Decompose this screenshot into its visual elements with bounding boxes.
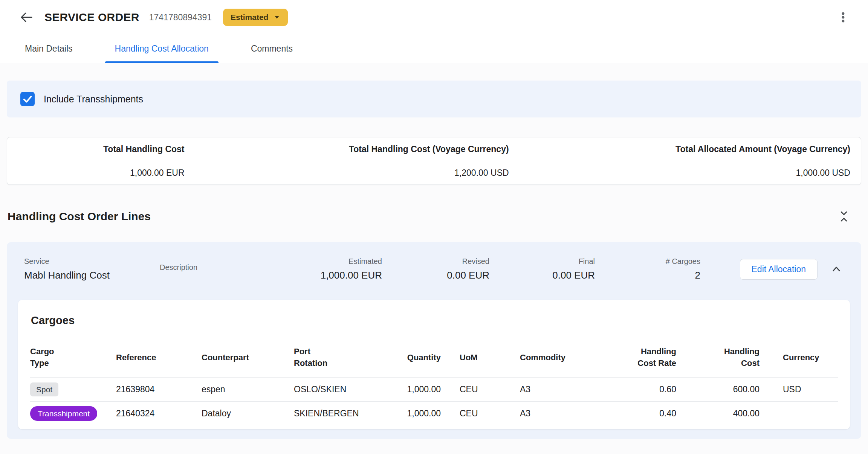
- col-commodity: Commodity: [501, 352, 582, 364]
- total-allocated-voyage-value: 1,000.00 USD: [520, 161, 861, 184]
- cost-cell: 600.00: [676, 384, 760, 395]
- col-uom: UoM: [441, 352, 501, 364]
- num-cargoes-value: 2: [595, 270, 700, 281]
- cargo-row-spot[interactable]: Spot 21639804 espen OSLO/SKIEN 1,000.00 …: [30, 377, 838, 401]
- app-header: SERVICE ORDER 1741780894391 Estimated: [0, 0, 868, 35]
- page-title: SERVICE ORDER: [44, 11, 139, 24]
- num-cargoes-label: # Cargoes: [595, 257, 700, 266]
- kebab-icon: [836, 11, 850, 24]
- tab-comments[interactable]: Comments: [241, 35, 303, 63]
- final-cell: Final 0.00 EUR: [489, 257, 595, 281]
- reference-cell: 21640324: [113, 408, 202, 419]
- order-lines-section-heading: Handling Cost Order Lines: [7, 209, 861, 224]
- include-transshipments-panel: Include Transshipments: [7, 81, 861, 117]
- page-content: Include Transshipments Total Handling Co…: [0, 81, 868, 439]
- totals-col-handling-cost: Total Handling Cost: [7, 137, 195, 161]
- cargo-type-badge: Spot: [30, 382, 58, 396]
- commodity-cell: A3: [501, 384, 582, 395]
- section-title: Handling Cost Order Lines: [8, 210, 151, 223]
- order-line-header: Service Mabl Handling Cost Description E…: [24, 257, 844, 281]
- cargo-type-cell: Transshipment: [30, 406, 113, 421]
- description-label: Description: [160, 263, 273, 272]
- quantity-cell: 1,000.00: [399, 408, 441, 419]
- collapse-all-button[interactable]: [836, 209, 851, 224]
- totals-col-allocated-voyage: Total Allocated Amount (Voyage Currency): [520, 137, 861, 161]
- estimated-value: 1,000.00 EUR: [273, 270, 382, 281]
- rate-cell: 0.40: [582, 408, 676, 419]
- col-handling-cost: Handling Cost: [676, 346, 760, 369]
- col-currency: Currency: [760, 352, 838, 364]
- tab-bar: Main Details Handling Cost Allocation Co…: [0, 35, 868, 63]
- reference-cell: 21639804: [113, 384, 202, 395]
- revised-cell: Revised 0.00 EUR: [382, 257, 489, 281]
- totals-header-row: Total Handling Cost Total Handling Cost …: [7, 137, 861, 161]
- total-handling-cost-voyage-value: 1,200.00 USD: [195, 161, 520, 184]
- checkmark-icon: [20, 92, 35, 106]
- estimated-cell: Estimated 1,000.00 EUR: [273, 257, 382, 281]
- chevron-down-icon: [274, 14, 280, 21]
- num-cargoes-cell: # Cargoes 2: [595, 257, 700, 281]
- description-cell: Description: [160, 263, 273, 276]
- port-rotation-cell: OSLO/SKIEN: [294, 384, 399, 395]
- status-dropdown[interactable]: Estimated: [223, 9, 288, 26]
- cargoes-card: Cargoes Cargo Type Reference Counterpart…: [18, 300, 850, 429]
- currency-cell: USD: [760, 384, 838, 395]
- totals-card: Total Handling Cost Total Handling Cost …: [7, 137, 861, 185]
- col-quantity: Quantity: [399, 352, 441, 364]
- order-line-actions: Edit Allocation: [700, 259, 844, 280]
- cargo-type-badge: Transshipment: [30, 406, 97, 421]
- order-number: 1741780894391: [149, 12, 212, 23]
- arrow-left-icon: [19, 10, 34, 25]
- cargo-row-transshipment[interactable]: Transshipment 21640324 Dataloy SKIEN/BER…: [30, 401, 838, 425]
- totals-col-handling-cost-voyage: Total Handling Cost (Voyage Currency): [195, 137, 520, 161]
- back-button[interactable]: [18, 9, 35, 26]
- col-cargo-type: Cargo Type: [30, 346, 113, 369]
- cargoes-title: Cargoes: [31, 314, 838, 327]
- counterpart-cell: Dataloy: [202, 408, 294, 419]
- revised-label: Revised: [382, 257, 489, 266]
- unfold-less-icon: [837, 210, 850, 223]
- revised-value: 0.00 EUR: [382, 270, 489, 281]
- totals-value-row: 1,000.00 EUR 1,200.00 USD 1,000.00 USD: [7, 161, 861, 184]
- uom-cell: CEU: [441, 408, 501, 419]
- service-value: Mabl Handling Cost: [24, 270, 160, 281]
- chevron-up-icon: [830, 263, 843, 276]
- total-handling-cost-value: 1,000.00 EUR: [7, 161, 195, 184]
- edit-allocation-button[interactable]: Edit Allocation: [740, 259, 818, 280]
- cargo-type-cell: Spot: [30, 382, 113, 396]
- include-transshipments-label: Include Transshipments: [44, 94, 143, 105]
- cargoes-table-header: Cargo Type Reference Counterpart Port Ro…: [30, 338, 838, 377]
- uom-cell: CEU: [441, 384, 501, 395]
- include-transshipments-checkbox[interactable]: [20, 92, 35, 106]
- tab-main-details[interactable]: Main Details: [15, 35, 83, 63]
- service-label: Service: [24, 257, 160, 266]
- col-counterpart: Counterpart: [202, 352, 294, 364]
- collapse-line-button[interactable]: [829, 262, 844, 277]
- rate-cell: 0.60: [582, 384, 676, 395]
- order-line-card: Service Mabl Handling Cost Description E…: [7, 242, 861, 439]
- quantity-cell: 1,000.00: [399, 384, 441, 395]
- final-value: 0.00 EUR: [489, 270, 595, 281]
- col-port-rotation: Port Rotation: [294, 346, 399, 369]
- col-reference: Reference: [113, 352, 202, 364]
- service-cell: Service Mabl Handling Cost: [24, 257, 160, 281]
- final-label: Final: [489, 257, 595, 266]
- counterpart-cell: espen: [202, 384, 294, 395]
- col-handling-cost-rate: Handling Cost Rate: [582, 346, 676, 369]
- cost-cell: 400.00: [676, 408, 760, 419]
- port-rotation-cell: SKIEN/BERGEN: [294, 408, 399, 419]
- estimated-label: Estimated: [273, 257, 382, 266]
- status-label: Estimated: [231, 13, 268, 22]
- commodity-cell: A3: [501, 408, 582, 419]
- tab-handling-cost-allocation[interactable]: Handling Cost Allocation: [105, 35, 219, 63]
- kebab-menu-button[interactable]: [835, 9, 851, 26]
